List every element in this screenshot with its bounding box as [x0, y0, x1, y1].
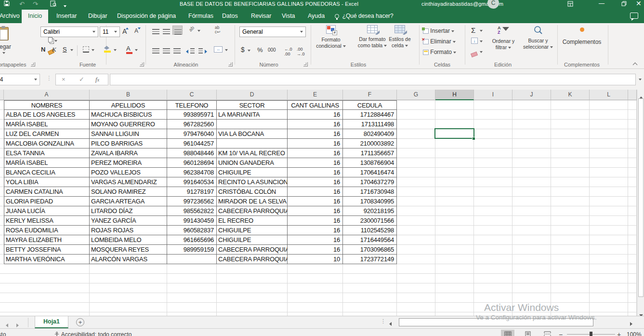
cell[interactable]: [513, 120, 551, 129]
cell[interactable]: LA MARIANITA: [217, 110, 288, 120]
cell[interactable]: [397, 187, 435, 197]
cell[interactable]: [513, 177, 551, 187]
cell[interactable]: [590, 206, 628, 216]
cell[interactable]: [397, 293, 435, 303]
cell[interactable]: KERLY MELISSA: [4, 216, 90, 226]
cell[interactable]: [435, 303, 474, 312]
cell[interactable]: [551, 110, 590, 120]
save-icon[interactable]: [4, 0, 10, 8]
autosum-icon[interactable]: Σ: [471, 26, 475, 34]
cell[interactable]: [513, 168, 551, 177]
cell[interactable]: [217, 312, 288, 316]
cell[interactable]: LOMBEIDA MELO: [90, 235, 167, 245]
cell[interactable]: [435, 255, 474, 264]
cell[interactable]: [590, 187, 628, 197]
paste-button[interactable]: Pegar: [0, 26, 16, 60]
cell[interactable]: [628, 293, 637, 303]
cell[interactable]: TELEFONO: [167, 100, 217, 110]
cell[interactable]: CABECERA PARROQUIAL: [217, 206, 288, 216]
column-header-k[interactable]: K: [551, 90, 590, 100]
cell[interactable]: 16: [288, 226, 343, 235]
cell[interactable]: MAYRA ELIZABETH: [4, 235, 90, 245]
cell[interactable]: [551, 245, 590, 255]
cell[interactable]: [513, 293, 551, 303]
vertical-scrollbar[interactable]: [637, 90, 644, 316]
expand-formula-bar-icon[interactable]: [639, 79, 642, 81]
cell[interactable]: SANNAI LLIGUIN: [90, 129, 167, 139]
cell[interactable]: [167, 274, 217, 283]
cell[interactable]: 2300071566: [343, 216, 397, 226]
tab-ayuda[interactable]: Ayuda: [302, 9, 331, 23]
cell[interactable]: CHIGUILPE: [217, 226, 288, 235]
cell[interactable]: [551, 197, 590, 206]
cell[interactable]: 16: [288, 206, 343, 216]
cell[interactable]: [397, 312, 435, 316]
minimize-icon[interactable]: —: [599, 0, 605, 7]
cell[interactable]: 1716730948: [343, 187, 397, 197]
cell[interactable]: [474, 255, 513, 264]
align-right-icon[interactable]: [173, 47, 181, 55]
cell[interactable]: MOYANO GUERRERO: [90, 120, 167, 129]
font-color-icon[interactable]: A: [126, 45, 132, 54]
cell[interactable]: [551, 283, 590, 293]
cell[interactable]: [397, 216, 435, 226]
cell[interactable]: [90, 293, 167, 303]
cell[interactable]: 16: [288, 139, 343, 148]
cell[interactable]: [628, 100, 637, 110]
cell[interactable]: 1706416474: [343, 168, 397, 177]
merge-dropdown-icon[interactable]: [225, 49, 228, 51]
cell[interactable]: [628, 274, 637, 283]
tab-disposicion[interactable]: Disposición de página: [111, 9, 182, 23]
cell[interactable]: [288, 303, 343, 312]
fx-icon[interactable]: fx: [95, 74, 99, 85]
cell[interactable]: [474, 197, 513, 206]
cell[interactable]: [474, 158, 513, 168]
close-icon[interactable]: ✕: [636, 0, 642, 7]
cell[interactable]: MIRADOR DE LA SELVA: [217, 197, 288, 206]
cell[interactable]: [628, 168, 637, 177]
accessibility-status[interactable]: Accesibilidad: todo correcto: [54, 331, 131, 336]
cell[interactable]: 1308766904: [343, 158, 397, 168]
cell[interactable]: [590, 303, 628, 312]
cell[interactable]: [513, 274, 551, 283]
cell[interactable]: CRISTÓBAL COLÓN: [217, 187, 288, 197]
cell[interactable]: [435, 148, 474, 158]
cell[interactable]: MOSQUERA REYES: [90, 245, 167, 255]
cell[interactable]: ELSA TANNIA: [4, 148, 90, 158]
copy-icon[interactable]: [48, 37, 57, 44]
comments-icon[interactable]: [630, 13, 638, 19]
cell[interactable]: [551, 187, 590, 197]
align-center-icon[interactable]: [163, 47, 170, 55]
zoom-slider-thumb[interactable]: [590, 332, 592, 336]
cell[interactable]: [167, 255, 217, 264]
cell[interactable]: [90, 264, 167, 274]
cell[interactable]: [474, 129, 513, 139]
cell[interactable]: [435, 216, 474, 226]
cell[interactable]: 1723772149: [343, 255, 397, 264]
tab-dibujar[interactable]: Dibujar: [82, 9, 114, 23]
decrease-indent-icon[interactable]: [186, 47, 195, 55]
cell[interactable]: [628, 148, 637, 158]
fill-color-icon[interactable]: [104, 46, 111, 53]
cell[interactable]: [474, 283, 513, 293]
cell[interactable]: [590, 168, 628, 177]
cell[interactable]: [628, 177, 637, 187]
underline-button[interactable]: S: [63, 46, 67, 53]
font-color-dropdown-icon[interactable]: [135, 49, 138, 51]
cell[interactable]: [590, 129, 628, 139]
italic-button[interactable]: K: [52, 46, 56, 54]
cell[interactable]: JUANA LUCÍA: [4, 206, 90, 216]
cell[interactable]: [590, 283, 628, 293]
cell[interactable]: ALARCÓN VARGAS: [90, 255, 167, 264]
cell[interactable]: [435, 197, 474, 206]
qat-dropdown-icon[interactable]: [64, 2, 66, 9]
cell[interactable]: [435, 100, 474, 110]
namebox-splitter[interactable]: ⋮: [46, 75, 52, 81]
cell[interactable]: [628, 312, 637, 316]
alignment-dialog-launcher-icon[interactable]: [228, 62, 233, 67]
cell[interactable]: LITARDO DÍAZ: [90, 206, 167, 216]
cell[interactable]: [397, 283, 435, 293]
ribbon-display-options-icon[interactable]: [567, 1, 573, 8]
cell[interactable]: [474, 100, 513, 110]
cell[interactable]: [435, 139, 474, 148]
